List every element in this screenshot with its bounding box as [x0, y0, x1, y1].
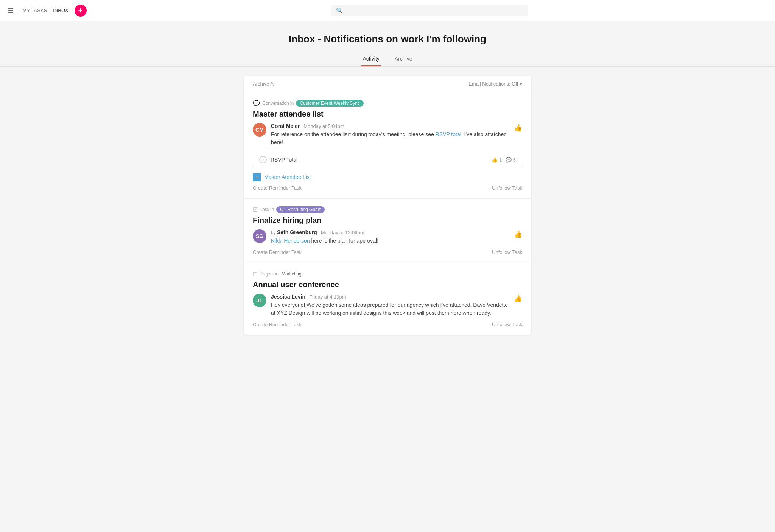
- search-icon: 🔍: [336, 7, 343, 14]
- inbox-card: Archive All Email Notifications: Off ▾ 💬…: [244, 76, 531, 335]
- page-header: Inbox - Notifications on work I'm follow…: [0, 21, 775, 67]
- notification-item-2: ☑ Task in Q1 Recruiting Goals Finalize h…: [244, 199, 531, 263]
- topnav: ☰ MY TASKS INBOX + 🔍: [0, 0, 775, 21]
- unfollow-task-2[interactable]: Unfollow Task: [492, 249, 522, 255]
- notif-title-2: Finalize hiring plan: [253, 216, 522, 225]
- tab-bar: Activity Archive: [0, 52, 775, 67]
- notif-meta-prefix-2: Task in: [260, 207, 274, 212]
- task-ref-1: ✓ RSVP Total 👍 1 💬 6: [253, 151, 522, 168]
- tab-activity[interactable]: Activity: [361, 52, 381, 66]
- nav-inbox[interactable]: INBOX: [53, 6, 68, 15]
- nikki-henderson-link[interactable]: Nikki Henderson: [271, 238, 310, 244]
- avatar-3: JL: [253, 294, 266, 307]
- like-button-3[interactable]: 👍: [514, 294, 522, 303]
- notif-message-1: Coral Meier Monday at 5:04pm For referen…: [271, 123, 509, 146]
- avatar-1: CM: [253, 123, 266, 137]
- notif-time-3: Friday at 4:19pm: [309, 294, 346, 300]
- page-title: Inbox - Notifications on work I'm follow…: [0, 33, 775, 45]
- notif-title-3: Annual user conference: [253, 280, 522, 289]
- notif-title-1: Master attendee list: [253, 110, 522, 118]
- task-check-icon-1: ✓: [259, 156, 267, 163]
- doc-ref-1[interactable]: ≡ Master Atendee List: [253, 173, 522, 181]
- create-reminder-2[interactable]: Create Reminder Task: [253, 249, 302, 255]
- notif-body-2: SG by Seth Greenburg Monday at 12:06pm N…: [253, 229, 522, 245]
- notif-tag-2[interactable]: Q1 Recruiting Goals: [276, 206, 325, 213]
- email-notifications-toggle[interactable]: Email Notifications: Off ▾: [468, 81, 522, 87]
- doc-ref-name-1: Master Atendee List: [264, 174, 311, 180]
- unfollow-task-1[interactable]: Unfollow Task: [492, 185, 522, 191]
- rsvp-total-link[interactable]: RSVP total.: [436, 131, 463, 137]
- add-button[interactable]: +: [75, 5, 87, 17]
- notif-tag-text-3: Marketing: [282, 271, 302, 277]
- create-reminder-3[interactable]: Create Reminder Task: [253, 322, 302, 327]
- task-ref-right-1: 👍 1 💬 6: [492, 157, 516, 163]
- notif-meta-prefix-3: Project in: [260, 271, 279, 277]
- notif-text-3: Hey everyone! We've gotten some ideas pr…: [271, 301, 509, 317]
- notif-author-3: Jessica Levin: [271, 294, 305, 300]
- task-ref-name-1: RSVP Total: [271, 157, 297, 163]
- notif-time-1: Monday at 5:04pm: [303, 123, 344, 129]
- archive-all-button[interactable]: Archive All: [253, 81, 276, 87]
- notif-meta-1: 💬 Conversation in Customer Event Weekly …: [253, 100, 522, 107]
- like-button-2[interactable]: 👍: [514, 230, 522, 238]
- notif-tag-1[interactable]: Customer Event Weekly Sync: [296, 100, 364, 107]
- task-likes-1: 👍 1: [492, 157, 502, 163]
- notif-meta-2: ☑ Task in Q1 Recruiting Goals: [253, 206, 522, 213]
- main-content: Archive All Email Notifications: Off ▾ 💬…: [244, 67, 531, 350]
- notif-footer-2: Create Reminder Task Unfollow Task: [253, 249, 522, 255]
- notif-footer-1: Create Reminder Task Unfollow Task: [253, 185, 522, 191]
- doc-icon-1: ≡: [253, 173, 261, 181]
- notif-footer-3: Create Reminder Task Unfollow Task: [253, 322, 522, 327]
- avatar-2: SG: [253, 229, 266, 243]
- notif-body-1: CM Coral Meier Monday at 5:04pm For refe…: [253, 123, 522, 146]
- notif-meta-3: ◻ Project in Marketing: [253, 271, 522, 277]
- conversation-icon: 💬: [253, 100, 260, 107]
- author-prefix-2: by: [271, 230, 277, 235]
- search-input[interactable]: [346, 8, 524, 14]
- unfollow-task-3[interactable]: Unfollow Task: [492, 322, 522, 327]
- notif-text-1: For reference on the attendee lisrt duri…: [271, 131, 509, 146]
- notif-message-3: Jessica Levin Friday at 4:19pm Hey every…: [271, 294, 509, 317]
- notif-author-2: Seth Greenburg: [277, 229, 317, 235]
- task-icon-2: ☑: [253, 206, 258, 213]
- notification-item-3: ◻ Project in Marketing Annual user confe…: [244, 263, 531, 335]
- notification-item-1: 💬 Conversation in Customer Event Weekly …: [244, 92, 531, 199]
- project-icon-3: ◻: [253, 271, 257, 277]
- search-bar: 🔍: [331, 5, 528, 16]
- notif-time-2: Monday at 12:06pm: [321, 230, 364, 235]
- inbox-top-bar: Archive All Email Notifications: Off ▾: [244, 76, 531, 92]
- hamburger-icon[interactable]: ☰: [8, 6, 14, 15]
- nav-my-tasks[interactable]: MY TASKS: [23, 6, 47, 15]
- task-comments-1: 💬 6: [506, 157, 516, 163]
- tab-archive[interactable]: Archive: [393, 52, 414, 66]
- notif-text-2: Nikki Henderson here is the plan for app…: [271, 237, 509, 245]
- notif-meta-prefix-1: Conversation in: [262, 101, 294, 106]
- notif-author-1: Coral Meier: [271, 123, 300, 129]
- create-reminder-1[interactable]: Create Reminder Task: [253, 185, 302, 191]
- notif-body-3: JL Jessica Levin Friday at 4:19pm Hey ev…: [253, 294, 522, 317]
- task-ref-left-1: ✓ RSVP Total: [259, 156, 297, 163]
- notif-message-2: by Seth Greenburg Monday at 12:06pm Nikk…: [271, 229, 509, 245]
- like-button-1[interactable]: 👍: [514, 124, 522, 132]
